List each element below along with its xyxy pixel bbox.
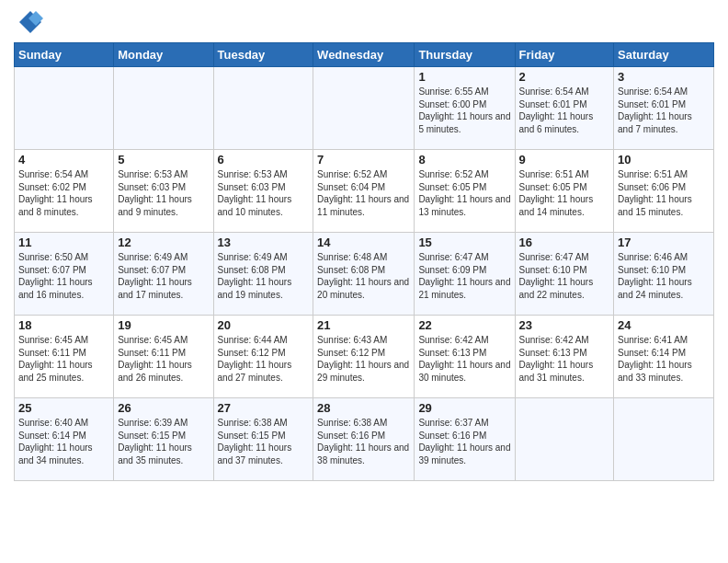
calendar-cell [313,67,415,150]
day-number: 11 [18,236,109,249]
day-info: Sunrise: 6:50 AM Sunset: 6:07 PM Dayligh… [18,251,109,301]
day-of-week-header: Sunday [15,43,114,67]
day-info: Sunrise: 6:42 AM Sunset: 6:13 PM Dayligh… [519,334,610,384]
week-row: 1Sunrise: 6:55 AM Sunset: 6:00 PM Daylig… [15,67,714,150]
day-number: 25 [18,401,109,415]
day-number: 21 [317,318,410,332]
day-of-week-header: Tuesday [213,43,313,67]
day-info: Sunrise: 6:39 AM Sunset: 6:15 PM Dayligh… [118,417,209,466]
week-row: 4Sunrise: 6:54 AM Sunset: 6:02 PM Daylig… [15,150,714,233]
day-info: Sunrise: 6:48 AM Sunset: 6:08 PM Dayligh… [317,251,410,301]
calendar-cell: 9Sunrise: 6:51 AM Sunset: 6:05 PM Daylig… [515,150,614,233]
calendar-cell: 16Sunrise: 6:47 AM Sunset: 6:10 PM Dayli… [515,233,614,316]
day-number: 8 [418,153,510,167]
calendar-cell: 5Sunrise: 6:53 AM Sunset: 6:03 PM Daylig… [114,150,213,233]
day-number: 24 [618,318,710,332]
calendar-cell: 23Sunrise: 6:42 AM Sunset: 6:13 PM Dayli… [515,316,614,398]
day-info: Sunrise: 6:45 AM Sunset: 6:11 PM Dayligh… [118,334,209,384]
day-info: Sunrise: 6:41 AM Sunset: 6:14 PM Dayligh… [618,334,710,384]
day-of-week-header: Wednesday [313,43,415,67]
day-info: Sunrise: 6:40 AM Sunset: 6:14 PM Dayligh… [18,417,109,466]
calendar-table: SundayMondayTuesdayWednesdayThursdayFrid… [14,42,714,481]
calendar-cell: 28Sunrise: 6:38 AM Sunset: 6:16 PM Dayli… [313,398,415,481]
day-number: 6 [218,153,310,167]
calendar-cell: 2Sunrise: 6:54 AM Sunset: 6:01 PM Daylig… [515,67,614,150]
day-info: Sunrise: 6:55 AM Sunset: 6:00 PM Dayligh… [418,86,510,135]
day-info: Sunrise: 6:37 AM Sunset: 6:16 PM Dayligh… [418,417,510,466]
day-number: 16 [519,236,610,249]
day-number: 3 [618,70,710,84]
day-number: 20 [218,318,310,332]
calendar-cell: 25Sunrise: 6:40 AM Sunset: 6:14 PM Dayli… [15,398,114,481]
calendar-header-row: SundayMondayTuesdayWednesdayThursdayFrid… [15,43,714,67]
day-info: Sunrise: 6:52 AM Sunset: 6:04 PM Dayligh… [317,168,410,218]
calendar-cell [213,67,313,150]
week-row: 18Sunrise: 6:45 AM Sunset: 6:11 PM Dayli… [15,316,714,398]
calendar-cell [515,398,614,481]
calendar-cell: 6Sunrise: 6:53 AM Sunset: 6:03 PM Daylig… [213,150,313,233]
day-of-week-header: Monday [114,43,213,67]
day-info: Sunrise: 6:47 AM Sunset: 6:09 PM Dayligh… [418,251,510,301]
day-info: Sunrise: 6:49 AM Sunset: 6:07 PM Dayligh… [118,251,209,301]
day-number: 29 [418,401,510,415]
calendar-cell: 29Sunrise: 6:37 AM Sunset: 6:16 PM Dayli… [415,398,515,481]
day-number: 7 [317,153,410,167]
week-row: 11Sunrise: 6:50 AM Sunset: 6:07 PM Dayli… [15,233,714,316]
calendar-cell: 24Sunrise: 6:41 AM Sunset: 6:14 PM Dayli… [614,316,714,398]
calendar-cell: 14Sunrise: 6:48 AM Sunset: 6:08 PM Dayli… [313,233,415,316]
day-number: 1 [418,70,510,84]
calendar-cell: 18Sunrise: 6:45 AM Sunset: 6:11 PM Dayli… [15,316,114,398]
day-number: 5 [118,153,209,167]
calendar-cell: 15Sunrise: 6:47 AM Sunset: 6:09 PM Dayli… [415,233,515,316]
day-number: 9 [519,153,610,167]
week-row: 25Sunrise: 6:40 AM Sunset: 6:14 PM Dayli… [15,398,714,481]
day-info: Sunrise: 6:38 AM Sunset: 6:16 PM Dayligh… [317,417,410,466]
day-number: 26 [118,401,209,415]
day-info: Sunrise: 6:52 AM Sunset: 6:05 PM Dayligh… [418,168,510,218]
day-number: 12 [118,236,209,249]
day-info: Sunrise: 6:43 AM Sunset: 6:12 PM Dayligh… [317,334,410,384]
day-info: Sunrise: 6:49 AM Sunset: 6:08 PM Dayligh… [218,251,310,301]
calendar-cell: 7Sunrise: 6:52 AM Sunset: 6:04 PM Daylig… [313,150,415,233]
day-number: 27 [218,401,310,415]
calendar-cell [614,398,714,481]
day-number: 14 [317,236,410,249]
day-number: 17 [618,236,710,249]
calendar-cell: 4Sunrise: 6:54 AM Sunset: 6:02 PM Daylig… [15,150,114,233]
calendar-cell: 17Sunrise: 6:46 AM Sunset: 6:10 PM Dayli… [614,233,714,316]
calendar-cell: 22Sunrise: 6:42 AM Sunset: 6:13 PM Dayli… [415,316,515,398]
day-number: 28 [317,401,410,415]
day-of-week-header: Friday [515,43,614,67]
day-info: Sunrise: 6:44 AM Sunset: 6:12 PM Dayligh… [218,334,310,384]
calendar-cell: 13Sunrise: 6:49 AM Sunset: 6:08 PM Dayli… [213,233,313,316]
calendar-cell: 10Sunrise: 6:51 AM Sunset: 6:06 PM Dayli… [614,150,714,233]
header [14,9,714,35]
calendar-cell: 19Sunrise: 6:45 AM Sunset: 6:11 PM Dayli… [114,316,213,398]
calendar-cell: 27Sunrise: 6:38 AM Sunset: 6:15 PM Dayli… [213,398,313,481]
day-number: 15 [418,236,510,249]
day-info: Sunrise: 6:51 AM Sunset: 6:05 PM Dayligh… [519,168,610,218]
day-number: 22 [418,318,510,332]
calendar-cell: 1Sunrise: 6:55 AM Sunset: 6:00 PM Daylig… [415,67,515,150]
day-info: Sunrise: 6:47 AM Sunset: 6:10 PM Dayligh… [519,251,610,301]
logo-icon [17,9,43,35]
day-of-week-header: Thursday [415,43,515,67]
calendar-cell: 12Sunrise: 6:49 AM Sunset: 6:07 PM Dayli… [114,233,213,316]
calendar-cell: 21Sunrise: 6:43 AM Sunset: 6:12 PM Dayli… [313,316,415,398]
calendar-cell: 26Sunrise: 6:39 AM Sunset: 6:15 PM Dayli… [114,398,213,481]
day-number: 10 [618,153,710,167]
day-number: 19 [118,318,209,332]
day-info: Sunrise: 6:51 AM Sunset: 6:06 PM Dayligh… [618,168,710,218]
day-number: 2 [519,70,610,84]
calendar-cell: 20Sunrise: 6:44 AM Sunset: 6:12 PM Dayli… [213,316,313,398]
day-number: 13 [218,236,310,249]
day-number: 18 [18,318,109,332]
day-info: Sunrise: 6:54 AM Sunset: 6:01 PM Dayligh… [519,86,610,135]
day-info: Sunrise: 6:54 AM Sunset: 6:02 PM Dayligh… [18,168,109,218]
day-info: Sunrise: 6:54 AM Sunset: 6:01 PM Dayligh… [618,86,710,135]
day-info: Sunrise: 6:45 AM Sunset: 6:11 PM Dayligh… [18,334,109,384]
day-info: Sunrise: 6:53 AM Sunset: 6:03 PM Dayligh… [218,168,310,218]
calendar-cell [114,67,213,150]
day-info: Sunrise: 6:46 AM Sunset: 6:10 PM Dayligh… [618,251,710,301]
day-info: Sunrise: 6:38 AM Sunset: 6:15 PM Dayligh… [218,417,310,466]
